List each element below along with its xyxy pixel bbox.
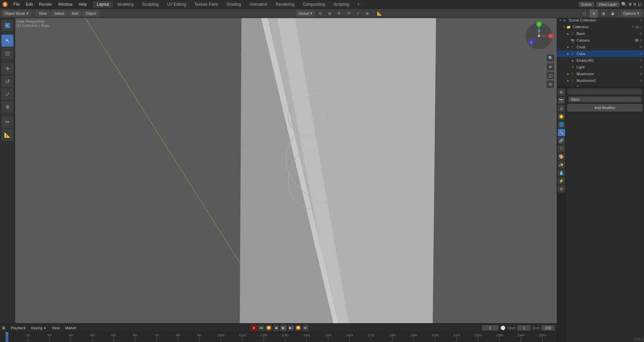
transform-orientation-dropdown[interactable]: Global ▼ — [296, 10, 315, 16]
move-btn[interactable]: ✛ — [335, 9, 343, 17]
viewport-nav-1[interactable]: ◱ — [547, 72, 554, 79]
particles-props-btn[interactable]: ✨ — [558, 161, 565, 168]
outliner-item-cube[interactable]: ▶ ▽ Cube 👁 — [557, 50, 644, 57]
outliner-item-camera[interactable]: 📷 Camera 1 👁 — [557, 37, 644, 44]
camera-eye[interactable]: 👁 — [639, 39, 643, 42]
tab-texture-paint[interactable]: Texture Paint — [191, 1, 222, 8]
light-eye[interactable]: 👁 — [639, 65, 643, 69]
scale-btn[interactable]: ⤢ — [354, 9, 362, 17]
menu-render[interactable]: Render — [36, 1, 55, 7]
step-forward-btn[interactable]: ⏩ — [295, 325, 301, 331]
collection-camera[interactable]: 🎥 — [635, 25, 639, 29]
tab-uv-editing[interactable]: UV Editing — [163, 1, 190, 8]
gizmo-toggle[interactable]: ⊕ — [547, 63, 554, 70]
scene-props-btn[interactable]: ⚙ — [558, 89, 565, 96]
add-modifier-button[interactable]: Add Modifier — [567, 104, 643, 111]
scale-tool-btn[interactable]: ⤢ — [1, 88, 13, 100]
start-frame-input[interactable] — [517, 325, 531, 331]
empty001-eye[interactable]: 👁 — [639, 59, 643, 62]
view-layer-selector[interactable]: View Layer — [596, 2, 620, 7]
snap-btn[interactable]: ⊙ — [316, 9, 324, 17]
tab-layout[interactable]: Layout — [93, 1, 113, 8]
object-menu-btn[interactable]: Object — [83, 10, 99, 16]
jump-start-btn[interactable]: ⏮ — [258, 325, 264, 331]
viewport-overlay-toggle[interactable]: 🔍 — [547, 54, 554, 62]
view-layer-props-btn[interactable]: 🌟 — [558, 113, 565, 120]
record-btn[interactable]: ● — [251, 325, 257, 331]
tab-shading[interactable]: Shading — [222, 1, 245, 8]
base-eye[interactable]: 👁 — [639, 32, 643, 36]
measure-tool-btn[interactable]: 📐 — [1, 129, 13, 141]
nav-gizmo[interactable]: X Y Z — [524, 21, 554, 51]
scene-selector[interactable]: Scene — [579, 2, 594, 7]
menu-edit[interactable]: Edit — [23, 1, 36, 7]
outliner-item-crust[interactable]: ▶ ▽ Crust 👁 — [557, 44, 644, 50]
tab-sculpting[interactable]: Sculpting — [138, 1, 163, 8]
outliner-item-base[interactable]: ▶ ▽ Base 👁 — [557, 30, 644, 37]
shader-props-btn[interactable]: ⊛ — [558, 185, 565, 193]
tab-animation[interactable]: Animation — [246, 1, 271, 8]
mode-selector-dropdown[interactable]: Object Mode ▼ — [2, 10, 31, 16]
output-props-btn[interactable]: 🖨 — [558, 105, 565, 112]
mushroom2-eye[interactable]: 👁 — [639, 79, 643, 83]
add-menu-btn[interactable]: Add — [69, 10, 82, 16]
outliner-item-pepperoni[interactable]: ▶ ▽ Pepperoni 👁 — [557, 84, 644, 87]
viewport-nav-2[interactable]: ⊞ — [547, 81, 554, 88]
outliner-item-light[interactable]: ☀ Light 👁 — [557, 64, 644, 70]
data-props-btn[interactable]: ▽ — [558, 145, 565, 152]
physics-props-btn[interactable]: 💧 — [558, 169, 565, 177]
timeline-view-menu[interactable]: View — [50, 325, 61, 331]
tab-scripting[interactable]: Scripting — [329, 1, 353, 8]
scene-eye-icon[interactable]: 👁 — [639, 18, 643, 22]
next-keyframe-btn[interactable]: ▶| — [288, 325, 294, 331]
annotate-tool-btn[interactable]: ✏ — [1, 116, 13, 128]
outliner-item-mushroom2[interactable]: ▶ ▽ Mushroom2 👁 — [557, 77, 644, 84]
modifiers-toggle[interactable]: 📐 — [376, 9, 384, 17]
keying-menu[interactable]: Keying ▼ — [30, 325, 48, 331]
view-menu-btn[interactable]: View — [36, 10, 50, 16]
viewport-shading-rendered[interactable]: ◕ — [608, 9, 616, 17]
play-btn[interactable]: ▶ — [280, 325, 286, 331]
jump-end-btn[interactable]: ⏭ — [303, 325, 309, 331]
options-dropdown[interactable]: Options ▼ — [621, 10, 642, 16]
box-select-btn[interactable]: ⊡ — [1, 47, 13, 59]
step-back-btn[interactable]: ⏪ — [266, 325, 272, 331]
outliner-item-mushroom[interactable]: ▶ ▽ Mushroom 👁 — [557, 70, 644, 77]
playback-menu[interactable]: Playback — [9, 325, 27, 331]
render-props-btn[interactable]: 📷 — [558, 97, 565, 104]
constraints-props-btn[interactable]: 🔗 — [558, 137, 565, 144]
crust-eye[interactable]: 👁 — [639, 45, 643, 49]
menu-help[interactable]: Help — [76, 1, 90, 7]
end-frame-input[interactable] — [541, 325, 555, 331]
object-name-value[interactable]: Base — [569, 97, 641, 102]
proportional-btn[interactable]: ⊚ — [326, 9, 334, 17]
tab-modeling[interactable]: Modeling — [113, 1, 138, 8]
modifier-props-btn[interactable]: 🔧 — [558, 129, 565, 136]
prev-keyframe-btn[interactable]: ◀ — [273, 325, 279, 331]
move-tool-btn[interactable]: ✛ — [1, 62, 13, 75]
viewport-shading-solid[interactable]: ● — [590, 9, 598, 17]
outliner-item-empty001[interactable]: ◈ Empty.001 👁 — [557, 57, 644, 64]
marker-menu[interactable]: Marker — [64, 325, 78, 331]
constraints2-props-btn[interactable]: ⚡ — [558, 177, 565, 185]
search-icon[interactable]: 🔍 — [621, 2, 627, 7]
tab-rendering[interactable]: Rendering — [272, 1, 298, 8]
select-tool-btn[interactable]: ↖ — [1, 35, 13, 47]
cube-eye[interactable]: 👁 — [639, 52, 643, 56]
collection-render[interactable]: ⊙ — [640, 25, 643, 29]
timeline-scrubber[interactable]: 1 10 20 30 40 50 60 70 80 — [0, 332, 557, 342]
material-props-btn[interactable]: 🎨 — [558, 153, 565, 160]
rotate-btn[interactable]: ↺ — [344, 9, 353, 17]
outliner-item-collection[interactable]: ▼ 📁 Collection 👁 🎥 ⊙ — [557, 23, 644, 30]
collection-eye[interactable]: 👁 — [631, 25, 635, 29]
mushroom-eye[interactable]: 👁 — [639, 72, 643, 76]
tab-add-workspace[interactable]: + — [354, 1, 364, 8]
menu-window[interactable]: Window — [55, 1, 75, 7]
tab-compositing[interactable]: Compositing — [299, 1, 329, 8]
menu-file[interactable]: File — [11, 1, 22, 7]
world-props-btn[interactable]: 🌐 — [558, 121, 565, 128]
rotate-tool-btn[interactable]: ↺ — [1, 75, 13, 87]
current-frame-input[interactable] — [482, 325, 498, 331]
viewport-shading-material[interactable]: ◑ — [599, 9, 607, 17]
viewport-shading-wire[interactable]: ◻ — [580, 9, 588, 17]
